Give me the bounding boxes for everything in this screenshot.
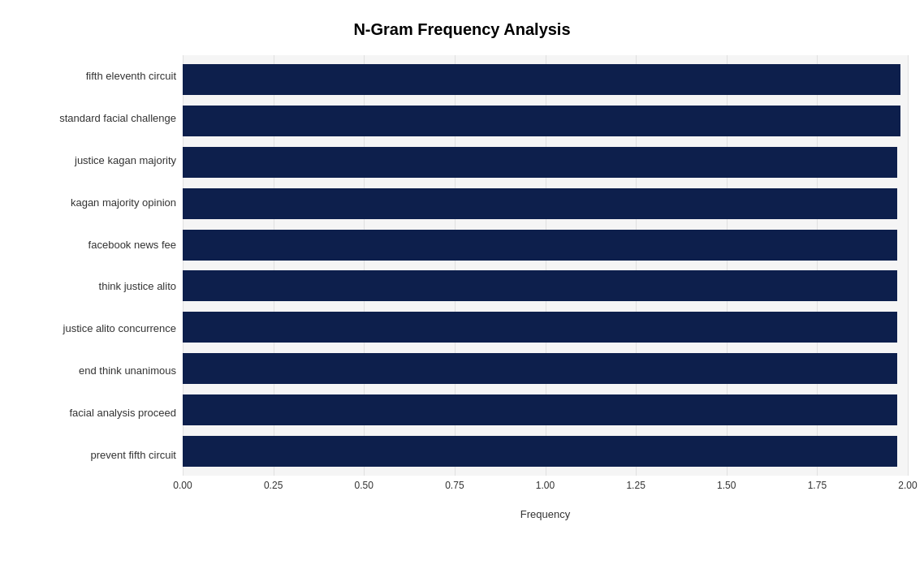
- bar-row: [183, 307, 908, 348]
- bar: [183, 188, 897, 219]
- bar-row: [183, 430, 908, 472]
- bar-row: [183, 142, 908, 183]
- bar: [183, 64, 900, 95]
- bar: [183, 436, 897, 467]
- bar-row: [183, 59, 908, 101]
- bar: [183, 147, 897, 178]
- bar: [183, 312, 897, 343]
- y-labels: fifth eleventh circuitstandard facial ch…: [16, 55, 183, 476]
- x-tick: 0.50: [355, 480, 373, 491]
- y-label: kagan majority opinion: [16, 197, 176, 208]
- y-label: facebook news fee: [16, 239, 176, 250]
- bar-row: [183, 265, 908, 307]
- bar: [183, 353, 897, 384]
- chart-area: fifth eleventh circuitstandard facial ch…: [16, 55, 908, 520]
- y-label: end think unanimous: [16, 365, 176, 376]
- y-label: justice kagan majority: [16, 155, 176, 166]
- x-tick: 0.75: [445, 480, 464, 491]
- bars-and-grid: [183, 55, 908, 476]
- bars-wrapper: [183, 55, 908, 476]
- x-tick: 2.00: [898, 480, 917, 491]
- bar-row: [183, 183, 908, 224]
- x-tick: 1.75: [808, 480, 827, 491]
- x-tick: 1.00: [536, 480, 555, 491]
- y-label: standard facial challenge: [16, 113, 176, 123]
- x-tick: 0.00: [173, 480, 192, 491]
- y-label: facial analysis proceed: [16, 407, 176, 418]
- bar-row: [183, 101, 908, 142]
- x-axis: 0.000.250.500.751.001.251.501.752.00: [183, 476, 908, 492]
- x-tick: 1.50: [717, 480, 736, 491]
- x-axis-label: Frequency: [183, 508, 908, 520]
- y-label: justice alito concurrence: [16, 323, 176, 334]
- bar: [183, 394, 897, 425]
- chart-container: N-Gram Frequency Analysis fifth eleventh…: [0, 0, 924, 569]
- y-label: prevent fifth circuit: [16, 450, 176, 460]
- x-tick: 1.25: [626, 480, 645, 491]
- bar: [183, 230, 897, 261]
- bar-row: [183, 389, 908, 430]
- y-label: fifth eleventh circuit: [16, 71, 176, 81]
- bar: [183, 270, 897, 301]
- y-label: think justice alito: [16, 281, 176, 291]
- grid-line: [908, 55, 909, 476]
- x-tick: 0.25: [264, 480, 283, 491]
- bars-section: fifth eleventh circuitstandard facial ch…: [16, 55, 908, 476]
- chart-title: N-Gram Frequency Analysis: [16, 16, 908, 39]
- bar: [183, 106, 900, 136]
- bar-row: [183, 224, 908, 265]
- bar-row: [183, 348, 908, 390]
